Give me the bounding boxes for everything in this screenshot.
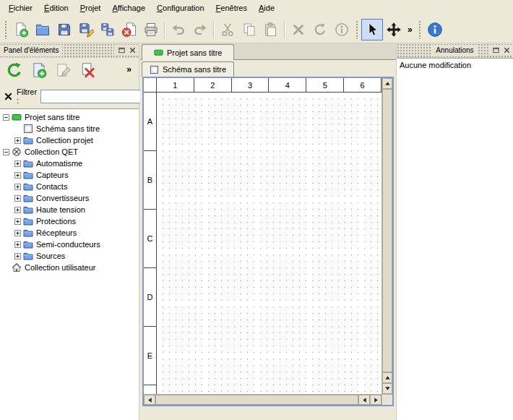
tree-item-convertisseurs[interactable]: Convertisseurs	[0, 192, 139, 204]
expand-icon[interactable]	[14, 230, 21, 236]
toolbar-handle[interactable]	[418, 20, 421, 39]
row-header: D	[144, 268, 156, 327]
expand-icon[interactable]	[14, 207, 21, 213]
float-panel-button[interactable]	[116, 45, 127, 56]
selection-mode-button[interactable]	[361, 19, 383, 40]
collapse-icon[interactable]	[3, 149, 9, 155]
folder-icon	[23, 135, 34, 145]
toolbar-overflow-button[interactable]: »	[405, 25, 415, 35]
diagram-icon	[150, 65, 159, 74]
new-element-button[interactable]	[29, 60, 49, 80]
undo-button[interactable]	[168, 19, 189, 40]
collapse-icon[interactable]	[3, 114, 9, 121]
scroll-down-button[interactable]	[382, 383, 392, 394]
element-info-button[interactable]	[331, 19, 353, 40]
edit-element-button[interactable]	[53, 60, 74, 80]
horizontal-scroll-thumb[interactable]	[155, 395, 358, 405]
expand-icon[interactable]	[14, 184, 21, 190]
scroll-left-button[interactable]	[144, 395, 155, 405]
scroll-right-button[interactable]	[370, 395, 381, 405]
tree-item-capteurs[interactable]: Capteurs	[0, 169, 139, 181]
expand-icon[interactable]	[14, 241, 21, 248]
diagram-view[interactable]: 123456 ABCDE	[142, 77, 394, 406]
toolbar-handle[interactable]	[355, 20, 358, 39]
tree-item-collection-utilisateur[interactable]: Collection utilisateur	[0, 262, 139, 273]
print-button[interactable]	[140, 19, 162, 40]
clear-filter-button[interactable]	[4, 90, 13, 103]
vertical-scrollbar[interactable]	[381, 78, 392, 394]
menu-fenetres[interactable]: Fenêtres	[210, 1, 253, 14]
info-outline-icon	[334, 22, 350, 38]
tree-item-recepteurs[interactable]: Récepteurs	[0, 227, 139, 239]
scroll-up-button[interactable]	[382, 78, 392, 89]
menu-aide[interactable]: Aide	[253, 1, 280, 14]
horizontal-scrollbar[interactable]	[144, 394, 381, 405]
tab-diagram[interactable]: Schéma sans titre	[142, 61, 234, 77]
tree-item-sources[interactable]: Sources	[0, 250, 139, 262]
expand-icon[interactable]	[14, 160, 21, 167]
undo-panel-titlebar[interactable]: Annulations	[397, 43, 513, 58]
menu-affichage[interactable]: Affichage	[106, 1, 151, 14]
save-button[interactable]	[53, 19, 75, 40]
about-qet-button[interactable]	[424, 19, 446, 40]
expand-icon[interactable]	[14, 137, 21, 144]
new-project-button[interactable]	[10, 19, 32, 40]
header-corner	[144, 78, 157, 92]
tree-item-collection-projet[interactable]: Collection projet	[0, 134, 139, 146]
filter-input[interactable]	[40, 90, 149, 103]
elements-toolbar-overflow-button[interactable]: »	[124, 64, 134, 74]
expand-icon[interactable]	[14, 195, 21, 202]
undo-list[interactable]: Aucune modification	[397, 58, 513, 420]
close-file-icon	[121, 22, 137, 38]
filter-label: Filtrer :	[17, 87, 37, 105]
clear-filter-icon	[4, 92, 13, 101]
tree-item-protections[interactable]: Protections	[0, 215, 139, 227]
diagram-canvas[interactable]	[157, 93, 381, 394]
expand-icon[interactable]	[14, 253, 21, 260]
paste-button[interactable]	[260, 19, 282, 40]
delete-x-icon	[290, 22, 306, 38]
open-project-button[interactable]	[32, 19, 53, 40]
tree-item-collection-qet[interactable]: Collection QET	[0, 146, 139, 158]
copy-button[interactable]	[238, 19, 260, 40]
expand-icon[interactable]	[14, 172, 21, 179]
float-panel-button[interactable]	[491, 45, 501, 56]
elements-panel-titlebar[interactable]: Panel d'éléments	[0, 43, 139, 58]
rotate-button[interactable]	[309, 19, 331, 40]
tree-item-schema-sans-titre[interactable]: Schéma sans titre	[0, 123, 139, 134]
toolbar-handle[interactable]	[4, 20, 7, 39]
menu-edition[interactable]: Édition	[38, 1, 74, 14]
column-header: 5	[306, 78, 344, 92]
visualisation-mode-button[interactable]	[383, 19, 405, 40]
folder-icon	[23, 216, 34, 226]
save-all-button[interactable]	[97, 19, 118, 40]
scroll-up-button-2[interactable]	[382, 372, 392, 383]
home-icon	[12, 262, 22, 273]
delete-element-icon	[79, 61, 97, 79]
redo-button[interactable]	[189, 19, 211, 40]
tree-item-label: Projet sans titre	[25, 113, 79, 121]
tree-item-semi-conducteurs[interactable]: Semi-conducteurs	[0, 239, 139, 250]
close-panel-button[interactable]	[127, 45, 138, 56]
menu-configuration[interactable]: Configuration	[151, 1, 210, 14]
tree-item-contacts[interactable]: Contacts	[0, 181, 139, 192]
close-project-button[interactable]	[118, 19, 140, 40]
close-panel-button[interactable]	[501, 45, 512, 56]
expand-icon[interactable]	[14, 218, 21, 225]
menu-projet[interactable]: Projet	[74, 1, 107, 14]
delete-button[interactable]	[288, 19, 309, 40]
tree-item-haute-tension[interactable]: Haute tension	[0, 204, 139, 215]
save-as-button[interactable]	[75, 19, 97, 40]
vertical-scroll-thumb[interactable]	[382, 89, 392, 372]
tree-item-automatisme[interactable]: Automatisme	[0, 158, 139, 169]
tree-item-projet-sans-titre[interactable]: Projet sans titre	[0, 111, 139, 123]
menu-fichier[interactable]: Fichier	[3, 1, 38, 14]
scroll-left-button-2[interactable]	[358, 395, 370, 405]
tab-project[interactable]: Projet sans titre	[142, 44, 234, 60]
reload-collections-button[interactable]	[4, 60, 25, 80]
undo-panel-title: Annulations	[432, 45, 477, 56]
tree-item-label: Protections	[36, 217, 76, 226]
cut-button[interactable]	[217, 19, 238, 40]
project-icon	[12, 112, 22, 122]
delete-element-button[interactable]	[78, 60, 98, 80]
